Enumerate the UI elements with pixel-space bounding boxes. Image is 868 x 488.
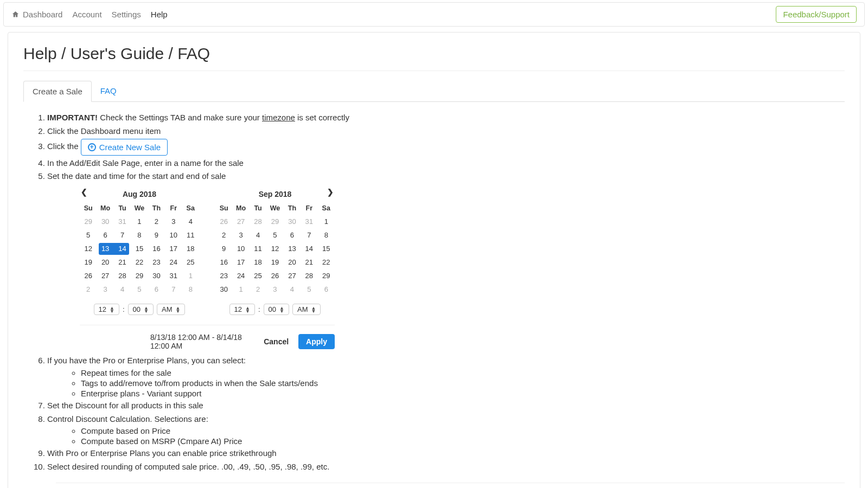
calendar-day[interactable]: 28 [114,269,131,282]
calendar-day[interactable]: 26 [80,269,97,282]
calendar-day[interactable]: 30 [97,215,113,228]
calendar-day[interactable]: 11 [182,228,199,242]
cancel-button[interactable]: Cancel [264,337,289,346]
ampm-spinner-end[interactable]: AM▲▼ [292,304,321,315]
calendar-day[interactable]: 6 [284,228,301,242]
calendar-day[interactable]: 28 [250,215,266,228]
tab-create-a-sale[interactable]: Create a Sale [23,81,92,102]
calendar-day[interactable]: 25 [182,255,199,269]
calendar-day[interactable]: 23 [215,269,232,282]
minute-spinner-start[interactable]: 00▲▼ [128,304,154,315]
calendar-day[interactable]: 31 [301,215,317,228]
calendar-day[interactable]: 1 [131,215,148,228]
calendar-day[interactable]: 5 [131,282,148,296]
calendar-day[interactable]: 12 [266,242,283,255]
calendar-day[interactable]: 29 [266,215,283,228]
calendar-day[interactable]: 3 [232,228,249,242]
calendar-day[interactable]: 3 [97,282,113,296]
calendar-day[interactable]: 2 [148,215,165,228]
calendar-day[interactable]: 6 [148,282,165,296]
hour-spinner-end[interactable]: 12▲▼ [229,304,255,315]
calendar-day[interactable]: 22 [318,255,335,269]
feedback-support-button[interactable]: Feedback/Support [776,6,857,23]
nav-account[interactable]: Account [72,10,101,19]
calendar-day[interactable]: 1 [232,282,249,296]
calendar-day[interactable]: 26 [266,269,283,282]
calendar-day[interactable]: 23 [148,255,165,269]
calendar-day[interactable]: 6 [97,228,113,242]
calendar-day[interactable]: 7 [301,228,317,242]
calendar-day[interactable]: 13 [284,242,301,255]
calendar-day[interactable]: 2 [80,282,97,296]
calendar-day[interactable]: 8 [131,228,148,242]
calendar-day[interactable]: 30 [284,215,301,228]
calendar-day[interactable]: 27 [232,215,249,228]
calendar-day[interactable]: 5 [301,282,317,296]
calendar-day[interactable]: 7 [114,228,131,242]
calendar-day[interactable]: 14 [301,242,317,255]
calendar-day[interactable]: 9 [215,242,232,255]
calendar-day[interactable]: 27 [97,269,113,282]
calendar-day[interactable]: 7 [165,282,182,296]
calendar-day[interactable]: 19 [266,255,283,269]
calendar-day[interactable]: 26 [215,215,232,228]
calendar-day[interactable]: 6 [318,282,335,296]
calendar-day[interactable]: 17 [232,255,249,269]
calendar-day[interactable]: 5 [80,228,97,242]
tab-faq[interactable]: FAQ [92,81,125,101]
calendar-day[interactable]: 24 [165,255,182,269]
calendar-day[interactable]: 11 [250,242,266,255]
calendar-day[interactable]: 5 [266,228,283,242]
calendar-day[interactable]: 16 [215,255,232,269]
apply-button[interactable]: Apply [298,334,335,349]
calendar-day[interactable]: 2 [215,228,232,242]
calendar-day[interactable]: 29 [80,215,97,228]
calendar-day[interactable]: 16 [148,242,165,255]
calendar-day[interactable]: 31 [114,215,131,228]
calendar-day[interactable]: 1 [318,215,335,228]
calendar-day[interactable]: 20 [284,255,301,269]
calendar-day[interactable]: 8 [182,282,199,296]
calendar-day[interactable]: 4 [250,228,266,242]
calendar-day[interactable]: 28 [301,269,317,282]
calendar-day[interactable]: 19 [80,255,97,269]
calendar-day[interactable]: 4 [182,215,199,228]
create-new-sale-button[interactable]: + Create New Sale [81,139,168,156]
calendar-day[interactable]: 25 [250,269,266,282]
calendar-day[interactable]: 30 [148,269,165,282]
calendar-day[interactable]: 29 [131,269,148,282]
calendar-day[interactable]: 15 [131,242,148,255]
nav-settings[interactable]: Settings [112,10,141,19]
chevron-left-icon[interactable]: ❮ [81,188,87,196]
nav-dashboard[interactable]: Dashboard [11,10,62,19]
calendar-day[interactable]: 12 [80,242,97,255]
calendar-day[interactable]: 3 [266,282,283,296]
calendar-day[interactable]: 3 [165,215,182,228]
calendar-day[interactable]: 13 [97,242,113,255]
calendar-day[interactable]: 31 [165,269,182,282]
ampm-spinner-start[interactable]: AM▲▼ [157,304,185,315]
calendar-day[interactable]: 22 [131,255,148,269]
calendar-day[interactable]: 9 [148,228,165,242]
minute-spinner-end[interactable]: 00▲▼ [264,304,289,315]
calendar-day[interactable]: 8 [318,228,335,242]
calendar-day[interactable]: 4 [284,282,301,296]
calendar-day[interactable]: 30 [215,282,232,296]
calendar-day[interactable]: 10 [232,242,249,255]
calendar-day[interactable]: 21 [114,255,131,269]
calendar-day[interactable]: 20 [97,255,113,269]
nav-help[interactable]: Help [151,10,168,19]
calendar-day[interactable]: 17 [165,242,182,255]
calendar-day[interactable]: 29 [318,269,335,282]
calendar-day[interactable]: 21 [301,255,317,269]
calendar-day[interactable]: 18 [250,255,266,269]
hour-spinner-start[interactable]: 12▲▼ [94,304,119,315]
calendar-day[interactable]: 24 [232,269,249,282]
calendar-day[interactable]: 10 [165,228,182,242]
calendar-day[interactable]: 14 [114,242,131,255]
calendar-day[interactable]: 2 [250,282,266,296]
calendar-day[interactable]: 1 [182,269,199,282]
calendar-day[interactable]: 27 [284,269,301,282]
calendar-day[interactable]: 4 [114,282,131,296]
calendar-day[interactable]: 18 [182,242,199,255]
